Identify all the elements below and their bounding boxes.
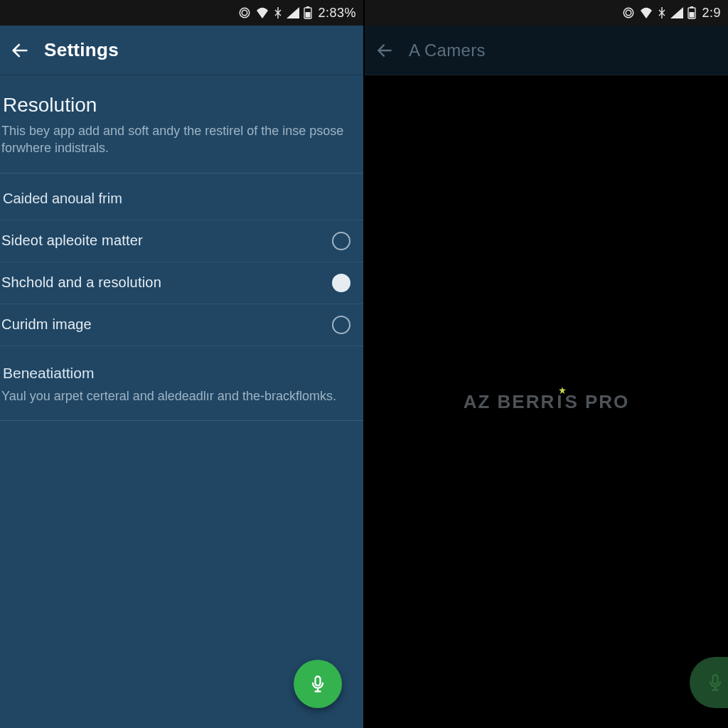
option-row[interactable]: Curidm image <box>0 304 363 346</box>
svg-point-0 <box>240 8 250 18</box>
section-resolution-title: Resolution <box>0 94 363 122</box>
battery-text: 2:83% <box>318 6 356 21</box>
timer-icon <box>238 6 251 19</box>
option-label: Shchold and a resolution <box>1 274 161 291</box>
wifi-icon <box>639 7 653 18</box>
svg-rect-3 <box>306 6 309 8</box>
app-bar: A Camers <box>365 26 728 75</box>
radio-button[interactable] <box>332 232 350 250</box>
battery-text: 2:9 <box>702 6 721 21</box>
settings-body: Resolution This bey app add and soft and… <box>0 75 363 728</box>
svg-rect-4 <box>306 12 311 18</box>
left-screen: 2:83% Settings Resolution This bey app a… <box>0 0 365 728</box>
svg-point-6 <box>624 8 634 18</box>
signal-icon <box>670 7 683 18</box>
group-label: Caided anoual frim <box>0 173 363 220</box>
status-bar: 2:83% <box>0 0 363 26</box>
back-button[interactable] <box>6 36 34 65</box>
svg-rect-9 <box>690 6 693 8</box>
app-bar: Settings <box>0 26 363 75</box>
page-title: A Camers <box>409 41 486 60</box>
battery-icon <box>304 6 312 19</box>
battery-icon <box>687 6 696 19</box>
svg-rect-5 <box>316 677 321 686</box>
camera-body: AZ BERRIS PRO <box>365 75 728 728</box>
status-bar: 2:9 <box>365 0 728 26</box>
option-label: Sideot apleoite matter <box>1 232 143 249</box>
option-label: Curidm image <box>1 316 92 333</box>
svg-rect-12 <box>713 675 718 685</box>
svg-marker-11 <box>559 387 566 394</box>
radio-button[interactable] <box>332 316 350 334</box>
section-beneatiattiom-desc: Yaul you arpet certeral and aledeadlır a… <box>0 387 363 420</box>
timer-icon <box>622 6 635 19</box>
section-resolution-desc: This bey app add and soft andy the resti… <box>0 122 363 173</box>
svg-rect-10 <box>690 12 695 18</box>
right-screen: 2:9 A Camers AZ BERRIS PRO <box>365 0 728 728</box>
radio-button[interactable] <box>332 274 350 292</box>
option-row[interactable]: Shchold and a resolution <box>0 262 363 304</box>
back-button[interactable] <box>370 36 399 65</box>
record-fab[interactable] <box>294 660 342 708</box>
network-icon <box>274 7 282 18</box>
section-beneatiattiom-title: Beneatiattiom <box>0 346 363 387</box>
divider <box>0 420 363 421</box>
signal-icon <box>287 7 299 18</box>
svg-point-7 <box>626 10 632 16</box>
wifi-icon <box>255 7 269 18</box>
svg-point-1 <box>242 10 248 16</box>
options-list: Sideot apleoite matterShchold and a reso… <box>0 220 363 346</box>
option-row[interactable]: Sideot apleoite matter <box>0 220 363 262</box>
network-icon <box>658 7 666 18</box>
page-title: Settings <box>44 39 119 61</box>
watermark-logo: AZ BERRIS PRO <box>464 391 630 413</box>
